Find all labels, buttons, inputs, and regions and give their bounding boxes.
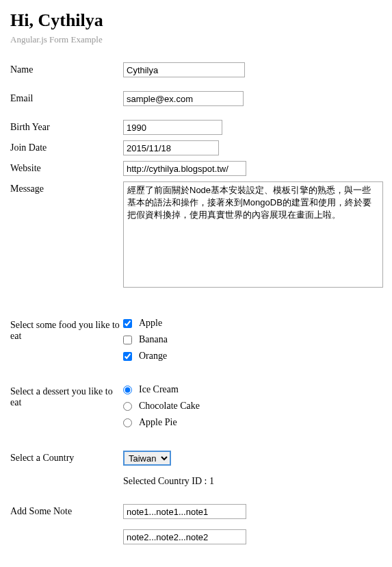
food-label: Select some food you like to eat (10, 318, 123, 342)
name-input[interactable] (123, 62, 245, 77)
birth-year-label: Birth Year (10, 120, 123, 133)
dessert-label: Select a dessert you like to eat (10, 384, 123, 408)
dessert-icecream-label: Ice Cream (139, 384, 179, 395)
email-label: Email (10, 91, 123, 104)
country-selected-text: Selected Country ID : 1 (123, 476, 382, 487)
note-input-1[interactable] (123, 504, 246, 519)
dessert-icecream-radio[interactable] (123, 386, 132, 394)
notes-label: Add Some Note (10, 504, 123, 517)
birth-year-input[interactable] (123, 120, 222, 135)
dessert-applepie-label: Apple Pie (139, 417, 177, 428)
join-date-label: Join Date (10, 140, 123, 153)
dessert-chocolate-radio[interactable] (123, 402, 132, 411)
join-date-input[interactable] (123, 140, 219, 155)
country-label: Select a Country (10, 451, 123, 464)
food-apple-checkbox[interactable] (123, 319, 132, 328)
page-subtitle: Angular.js Form Example (10, 34, 382, 45)
dessert-chocolate-label: Chocolate Cake (139, 401, 200, 412)
food-banana-label: Banana (139, 334, 168, 345)
food-apple-label: Apple (139, 318, 162, 329)
message-textarea[interactable]: 經歷了前面關於Node基本安裝設定、模板引擎的熟悉，與一些基本的語法和操作，接著… (123, 181, 383, 288)
email-input[interactable] (123, 91, 244, 106)
food-banana-checkbox[interactable] (123, 336, 132, 344)
food-orange-checkbox[interactable] (123, 352, 132, 361)
website-input[interactable] (123, 161, 246, 176)
page-title: Hi, Cythilya (10, 10, 382, 31)
message-label: Message (10, 181, 123, 194)
note-input-2[interactable] (123, 529, 246, 544)
food-orange-label: Orange (139, 351, 167, 362)
name-label: Name (10, 62, 123, 75)
dessert-applepie-radio[interactable] (123, 418, 132, 427)
country-select[interactable]: Taiwan (123, 451, 171, 466)
website-label: Website (10, 161, 123, 174)
